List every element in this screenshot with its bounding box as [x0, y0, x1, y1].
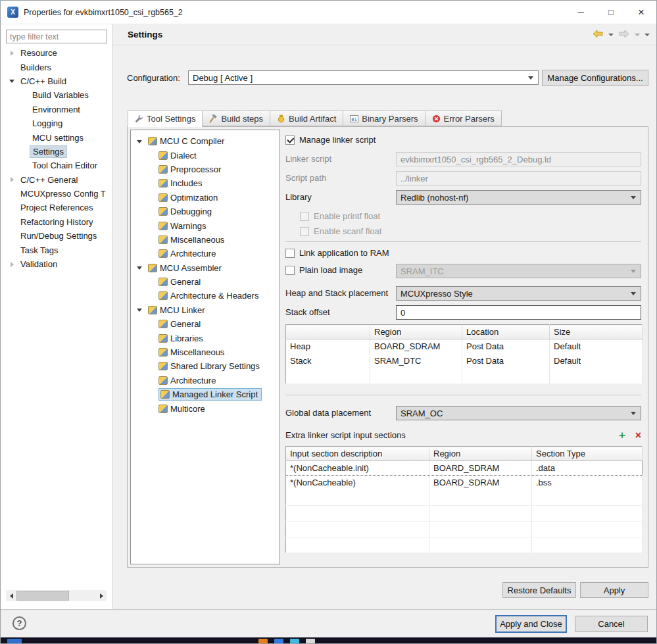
stack-offset-input[interactable]: [396, 305, 641, 320]
extra-section-row[interactable]: *(NonCacheable.init) BOARD_SDRAM .data: [286, 461, 643, 476]
add-section-icon[interactable]: +: [619, 429, 625, 442]
back-menu-caret-icon[interactable]: [608, 34, 614, 36]
sidebar-item-builders[interactable]: Builders: [1, 60, 112, 74]
chevron-down-icon[interactable]: [135, 305, 145, 315]
tool-item-linker-architecture[interactable]: Architecture: [131, 374, 280, 387]
configuration-combo[interactable]: Debug [ Active ]: [188, 70, 539, 85]
sidebar-item-cpp-build[interactable]: C/C++ Build: [1, 74, 112, 88]
chevron-right-icon[interactable]: [7, 48, 18, 59]
svg-text:01: 01: [351, 116, 356, 122]
scroll-right-icon[interactable]: [96, 590, 107, 601]
view-menu-icon[interactable]: [645, 34, 650, 36]
tab-build-artifact[interactable]: Build Artifact: [270, 111, 343, 126]
tool-icon: [158, 249, 168, 258]
maximize-icon[interactable]: □: [596, 1, 626, 24]
restore-defaults-button[interactable]: Restore Defaults: [502, 582, 576, 598]
chevron-right-icon[interactable]: [7, 174, 18, 185]
tool-icon: [158, 151, 168, 160]
heap-stack-placement-combo[interactable]: MCUXpresso Style: [396, 286, 641, 301]
minimize-icon[interactable]: ─: [566, 1, 596, 24]
sidebar-item-settings[interactable]: Settings: [1, 145, 112, 159]
extra-section-row[interactable]: *(NonCacheable) BOARD_SDRAM .bss: [286, 476, 643, 490]
tab-build-steps[interactable]: Build steps: [202, 111, 270, 126]
tool-item-linker-miscellaneous[interactable]: Miscellaneous: [131, 345, 280, 359]
manage-linker-script-checkbox[interactable]: [285, 136, 295, 145]
heap-row[interactable]: Heap BOARD_SDRAM Post Data Default: [286, 339, 643, 354]
tool-item-architecture[interactable]: Architecture: [131, 247, 280, 260]
tool-item-libraries[interactable]: Libraries: [131, 331, 280, 345]
tool-item-linker-general[interactable]: General: [131, 317, 280, 331]
back-arrow-icon[interactable]: [592, 30, 604, 40]
sidebar-item-mcu-settings[interactable]: MCU settings: [1, 130, 112, 144]
tool-item-preprocessor[interactable]: Preprocessor: [131, 162, 280, 176]
sidebar-item-build-variables[interactable]: Build Variables: [1, 88, 112, 102]
link-application-to-ram-checkbox[interactable]: [285, 249, 295, 258]
taskbar: [1, 637, 656, 644]
taskbar-app-icon[interactable]: [7, 639, 22, 643]
cancel-button[interactable]: Cancel: [575, 616, 648, 632]
tool-item-multicore[interactable]: Multicore: [131, 401, 280, 415]
tool-item-architecture-headers[interactable]: Architecture & Headers: [131, 289, 280, 303]
horizontal-scrollbar[interactable]: [6, 590, 107, 601]
manage-configurations-button[interactable]: Manage Configurations...: [542, 70, 648, 86]
tool-item-managed-linker-script[interactable]: Managed Linker Script: [131, 387, 280, 401]
chevron-down-icon: [631, 196, 636, 199]
tool-item-warnings[interactable]: Warnings: [131, 218, 280, 232]
help-icon[interactable]: ?: [12, 616, 26, 630]
sidebar-item-environment[interactable]: Environment: [1, 103, 112, 116]
taskbar-app-icon[interactable]: [290, 639, 299, 643]
tool-icon: [158, 278, 168, 286]
apply-button[interactable]: Apply: [580, 582, 648, 598]
taskbar-app-icon[interactable]: [306, 639, 315, 643]
tool-icon: [158, 291, 168, 300]
taskbar-app-icon[interactable]: [258, 639, 268, 643]
sidebar-item-run-debug-settings[interactable]: Run/Debug Settings: [1, 229, 112, 243]
sidebar-item-validation[interactable]: Validation: [1, 257, 112, 271]
sidebar-item-cpp-general[interactable]: C/C++ General: [1, 173, 112, 187]
scroll-left-icon[interactable]: [6, 590, 16, 601]
tool-item-mcu-assembler[interactable]: MCU Assembler: [131, 261, 280, 275]
tool-item-mcu-linker[interactable]: MCU Linker: [131, 303, 280, 317]
tool-item-miscellaneous[interactable]: Miscellaneous: [131, 233, 280, 247]
sidebar-item-mcuxpresso-config[interactable]: MCUXpresso Config T: [1, 187, 112, 201]
sidebar-item-project-references[interactable]: Project References: [1, 201, 112, 214]
apply-and-close-button[interactable]: Apply and Close: [495, 615, 567, 633]
sidebar-item-refactoring-history[interactable]: Refactoring History: [1, 215, 112, 229]
global-data-placement-label: Global data placement: [285, 408, 371, 418]
sidebar-item-task-tags[interactable]: Task Tags: [1, 243, 112, 257]
page-title: Settings: [128, 30, 162, 39]
tool-item-dialect[interactable]: Dialect: [131, 148, 280, 162]
tab-error-parsers[interactable]: Error Parsers: [425, 111, 502, 126]
script-path-row: Script path ../linker: [283, 171, 648, 186]
chevron-right-icon[interactable]: [7, 259, 18, 270]
tool-item-assembler-general[interactable]: General: [131, 275, 280, 289]
tool-item-mcu-c-compiler[interactable]: MCU C Compiler: [131, 134, 280, 148]
chevron-down-icon[interactable]: [135, 136, 145, 147]
stack-row[interactable]: Stack SRAM_DTC Post Data Default: [286, 354, 643, 368]
global-data-placement-combo[interactable]: SRAM_OC: [396, 406, 641, 420]
tool-settings-content: MCU C Compiler Dialect Preprocessor Incl…: [127, 126, 648, 568]
settings-header: Settings: [113, 24, 657, 45]
tool-item-shared-library-settings[interactable]: Shared Library Settings: [131, 359, 280, 373]
scrollbar-thumb[interactable]: [16, 591, 69, 601]
sidebar-item-resource[interactable]: Resource: [1, 46, 112, 60]
close-icon[interactable]: ×: [626, 1, 656, 24]
heap-stack-placement-label: Heap and Stack placement: [285, 288, 388, 298]
plain-load-image-checkbox[interactable]: [285, 266, 295, 275]
sidebar-item-tool-chain-editor[interactable]: Tool Chain Editor: [1, 159, 112, 172]
tool-icon: [158, 334, 168, 343]
tab-binary-parsers[interactable]: 01 Binary Parsers: [343, 111, 425, 126]
tab-tool-settings[interactable]: Tool Settings: [128, 111, 203, 127]
tool-item-optimization[interactable]: Optimization: [131, 191, 280, 205]
chevron-down-icon[interactable]: [7, 76, 18, 86]
filter-input[interactable]: [6, 30, 107, 43]
delete-section-icon[interactable]: ×: [635, 429, 641, 442]
sidebar-item-logging[interactable]: Logging: [1, 116, 112, 130]
forward-arrow-icon[interactable]: [618, 30, 630, 40]
taskbar-app-icon[interactable]: [274, 639, 283, 643]
chevron-down-icon[interactable]: [135, 262, 145, 273]
library-combo[interactable]: Redlib (nohost-nf): [396, 190, 641, 205]
tool-item-includes[interactable]: Includes: [131, 176, 280, 190]
tool-item-debugging[interactable]: Debugging: [131, 205, 280, 218]
forward-menu-caret-icon[interactable]: [635, 34, 640, 36]
